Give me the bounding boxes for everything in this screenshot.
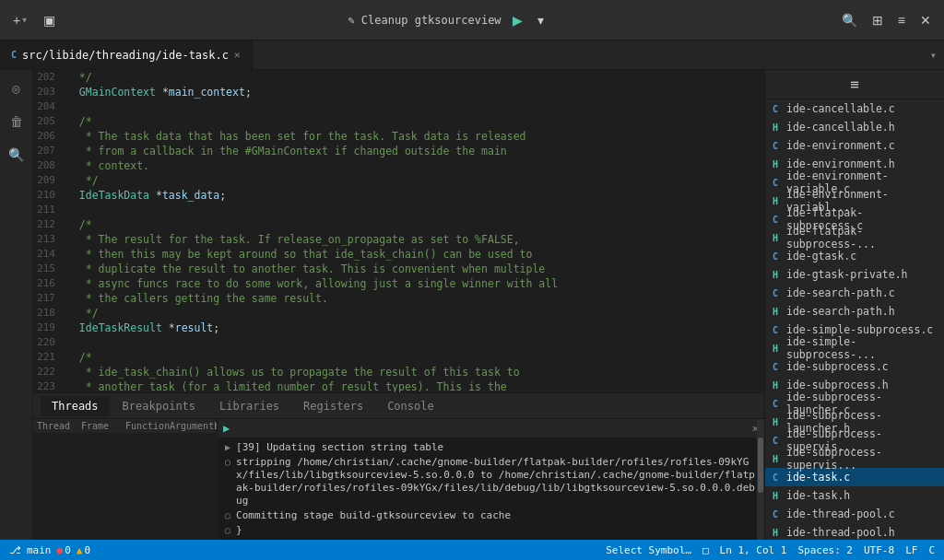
tab-ide-task[interactable]: C src/libide/threading/ide-task.c ✕ xyxy=(0,41,253,69)
line-number: 217 xyxy=(33,291,66,306)
tab-file-type-icon: C xyxy=(11,50,17,60)
file-type-label: C xyxy=(773,325,782,335)
select-symbol[interactable]: Select Symbol… xyxy=(606,544,691,556)
add-button[interactable]: + ▾ xyxy=(7,9,32,31)
line-number: 223 xyxy=(33,379,66,392)
line-number: 207 xyxy=(33,144,66,158)
run-icon: ▶ xyxy=(513,13,523,28)
file-type-label: H xyxy=(773,307,782,317)
layout-button[interactable]: ⊞ xyxy=(867,9,889,31)
file-name: ide-subprocess-supervis... xyxy=(786,446,937,472)
list-item[interactable]: Hide-task.h xyxy=(765,486,944,505)
table-row: 211 xyxy=(33,203,764,217)
list-item[interactable]: Cide-search-path.c xyxy=(765,284,944,302)
bottom-panel: Threads Breakpoints Libraries Registers … xyxy=(33,392,764,540)
line-content: */ xyxy=(66,306,99,321)
left-sidebar: ◎ 🗑 🔍 xyxy=(0,70,33,540)
indent-mode[interactable]: Spaces: 2 xyxy=(797,544,853,556)
list-item[interactable]: Cide-cancellable.c xyxy=(765,99,944,118)
tab-registers[interactable]: Registers xyxy=(292,396,374,416)
status-left: ⎇ main ● 0 ▲ 0 xyxy=(9,544,90,556)
location-icon[interactable]: ◎ xyxy=(8,77,23,99)
code-editor[interactable]: 202 */203 GMainContext *main_context;204… xyxy=(33,70,764,392)
line-content: */ xyxy=(66,173,99,188)
menu-button[interactable]: ≡ xyxy=(892,9,911,31)
table-row: 216 * async funcs race to do some work, … xyxy=(33,276,764,291)
log-line: ○} xyxy=(225,524,757,537)
line-content: /* xyxy=(66,217,92,232)
table-row: 205 /* xyxy=(33,114,764,129)
tab-file-path: src/libide/threading/ide-task.c xyxy=(22,49,229,62)
run-options-button[interactable]: ▾ xyxy=(532,9,549,31)
list-item[interactable]: Hide-thread-pool.h xyxy=(765,523,944,540)
play-log-icon[interactable]: ▶ xyxy=(223,422,230,435)
line-number: 220 xyxy=(33,335,66,350)
file-name: ide-search-path.h xyxy=(786,305,895,318)
tab-libraries[interactable]: Libraries xyxy=(208,396,290,416)
cursor-position[interactable]: Ln 1, Col 1 xyxy=(720,544,787,556)
line-number: 213 xyxy=(33,232,66,247)
line-content: * async funcs race to do some work, allo… xyxy=(66,276,558,291)
list-item[interactable]: Hide-search-path.h xyxy=(765,302,944,321)
file-type-label: H xyxy=(773,270,782,280)
file-type[interactable]: C xyxy=(928,544,935,556)
file-name: ide-environment.c xyxy=(786,139,895,152)
status-bar: ⎇ main ● 0 ▲ 0 Select Symbol… □ Ln 1, Co… xyxy=(0,540,944,560)
list-item[interactable]: Hide-flatpak-subprocess-... xyxy=(765,228,944,247)
list-item[interactable]: Hide-subprocess-supervis... xyxy=(765,449,944,468)
log-icon: ○ xyxy=(225,510,230,520)
line-number: 210 xyxy=(33,188,66,203)
table-row: 210 IdeTaskData *task_data; xyxy=(33,188,764,203)
table-row: 208 * context. xyxy=(33,158,764,173)
table-row: 203 GMainContext *main_context; xyxy=(33,85,764,99)
line-ending[interactable]: LF xyxy=(905,544,917,556)
list-item[interactable]: Hide-cancellable.h xyxy=(765,118,944,136)
table-row: 220 xyxy=(33,335,764,350)
table-row: 219 IdeTaskResult *result; xyxy=(33,321,764,335)
file-name: ide-task.c xyxy=(786,471,850,484)
run-button[interactable]: ▶ xyxy=(507,9,528,31)
panel-toggle-button[interactable]: ▣ xyxy=(38,9,61,31)
line-number: 205 xyxy=(33,114,66,129)
tab-dropdown-icon[interactable]: ▾ xyxy=(923,49,944,62)
error-icon: ● xyxy=(57,544,64,556)
file-type-label: C xyxy=(773,104,782,114)
line-number: 208 xyxy=(33,158,66,173)
line-number: 203 xyxy=(33,85,66,99)
list-item[interactable]: Cide-thread-pool.c xyxy=(765,505,944,523)
line-content: GMainContext *main_context; xyxy=(66,85,252,99)
table-row: 214 * then this may be kept around so th… xyxy=(33,247,764,262)
list-item[interactable]: Hide-simple-subprocess-... xyxy=(765,339,944,357)
close-icon: ✕ xyxy=(920,13,931,28)
search-button[interactable]: 🔍 xyxy=(836,9,863,31)
tab-breakpoints[interactable]: Breakpoints xyxy=(112,396,206,416)
file-type-label: H xyxy=(773,380,782,391)
tab-console[interactable]: Console xyxy=(376,396,445,416)
table-row: 212 /* xyxy=(33,217,764,232)
line-number: 218 xyxy=(33,306,66,321)
line-number: 206 xyxy=(33,129,66,144)
file-type-label: H xyxy=(773,454,782,464)
delete-icon[interactable]: 🗑 xyxy=(6,111,27,133)
bottom-content: Thread Frame Function Arguments Location… xyxy=(33,419,764,540)
table-row: 206 * The task data that has been set fo… xyxy=(33,129,764,144)
list-item[interactable]: Hide-gtask-private.h xyxy=(765,265,944,284)
file-type-label: C xyxy=(773,215,782,225)
file-type-label: H xyxy=(773,122,782,133)
close-button[interactable]: ✕ xyxy=(914,9,937,31)
branch-name[interactable]: main xyxy=(27,544,52,556)
line-number: 221 xyxy=(33,350,66,365)
tab-threads[interactable]: Threads xyxy=(41,396,110,416)
line-content: IdeTaskData *task_data; xyxy=(66,188,226,203)
encoding[interactable]: UTF-8 xyxy=(864,544,894,556)
line-content: /* xyxy=(66,114,92,129)
search-sidebar-icon[interactable]: 🔍 xyxy=(5,144,28,166)
tab-close-icon[interactable]: ✕ xyxy=(234,49,241,61)
file-type-label: C xyxy=(773,509,782,519)
log-scrollbar[interactable] xyxy=(757,419,764,540)
file-name: ide-search-path.c xyxy=(786,286,895,299)
list-item[interactable]: Cide-environment.c xyxy=(765,136,944,155)
log-message-text: stripping /home/christian/.cache/gnome-b… xyxy=(236,456,757,508)
line-number: 214 xyxy=(33,247,66,262)
right-panel: ≡ Cide-cancellable.cHide-cancellable.hCi… xyxy=(764,70,944,540)
